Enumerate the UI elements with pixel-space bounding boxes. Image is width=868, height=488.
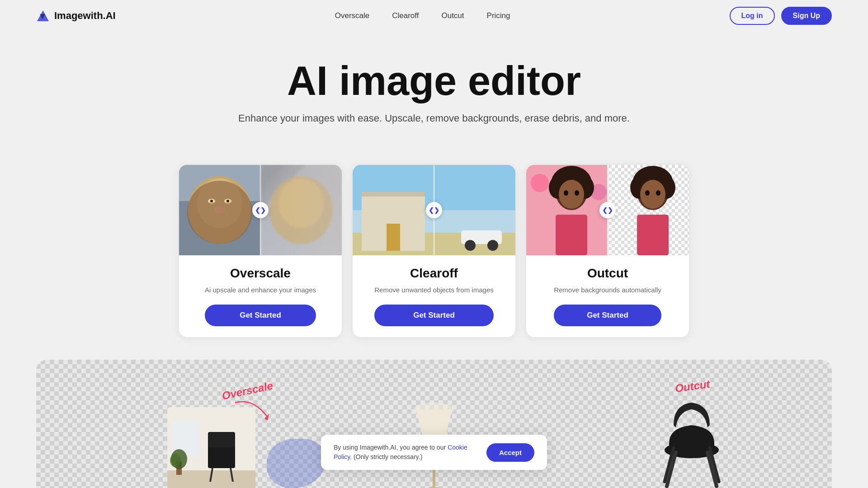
svg-point-62 bbox=[170, 454, 181, 467]
cards-section: ❮❯ Overscale Ai upscale and enhance your… bbox=[0, 165, 868, 360]
nav-links: Overscale Clearoff Outcut Pricing bbox=[335, 11, 510, 20]
signup-button[interactable]: Sign Up bbox=[781, 7, 832, 25]
svg-point-49 bbox=[656, 190, 660, 196]
svg-point-11 bbox=[214, 206, 225, 214]
svg-rect-50 bbox=[637, 215, 669, 255]
card-overscale: ❮❯ Overscale Ai upscale and enhance your… bbox=[179, 165, 342, 337]
cookie-banner: By using Imagewith.AI, you agree to our … bbox=[321, 435, 547, 470]
svg-rect-21 bbox=[387, 224, 400, 251]
clearoff-slider-handle[interactable]: ❮❯ bbox=[426, 202, 442, 218]
card-outcut: ❮❯ Outcut Remove backgrounds automatical… bbox=[526, 165, 689, 337]
overscale-slider-handle[interactable]: ❮❯ bbox=[252, 202, 269, 218]
cookie-accept-button[interactable]: Accept bbox=[486, 443, 534, 462]
svg-point-34 bbox=[559, 180, 584, 209]
nav-link-outcut[interactable]: Outcut bbox=[441, 11, 464, 20]
svg-point-27 bbox=[531, 174, 549, 192]
svg-point-23 bbox=[465, 240, 476, 251]
plant-blob bbox=[267, 439, 326, 488]
svg-rect-37 bbox=[556, 215, 587, 255]
cookie-text-before: By using Imagewith.AI, you agree to our bbox=[334, 444, 448, 451]
svg-rect-12 bbox=[260, 165, 342, 255]
card-clearoff: ❮❯ Clearoff Remove unwanted objects from… bbox=[353, 165, 515, 337]
card-clearoff-desc: Remove unwanted objects from images bbox=[374, 285, 493, 295]
outcut-get-started-button[interactable]: Get Started bbox=[554, 305, 661, 326]
svg-point-13 bbox=[269, 176, 333, 244]
cookie-text: By using Imagewith.AI, you agree to our … bbox=[334, 443, 476, 462]
hero-title: AI image editor bbox=[9, 59, 859, 103]
card-image-clearoff: ❮❯ bbox=[353, 165, 515, 255]
clearoff-get-started-button[interactable]: Get Started bbox=[374, 305, 493, 326]
nav-link-pricing[interactable]: Pricing bbox=[487, 11, 510, 20]
nav-link-overscale[interactable]: Overscale bbox=[335, 11, 370, 20]
logo[interactable]: Imagewith.AI bbox=[36, 9, 116, 22]
logo-text: Imagewith.AI bbox=[54, 10, 116, 22]
svg-point-14 bbox=[278, 178, 324, 228]
card-outcut-desc: Remove backgrounds automatically bbox=[554, 285, 661, 295]
login-button[interactable]: Log in bbox=[730, 7, 775, 25]
svg-rect-57 bbox=[208, 432, 235, 448]
svg-point-47 bbox=[640, 180, 665, 209]
svg-rect-20 bbox=[362, 192, 425, 197]
card-image-overscale: ❮❯ bbox=[179, 165, 342, 255]
svg-point-35 bbox=[564, 190, 568, 196]
card-clearoff-title: Clearoff bbox=[410, 266, 458, 281]
card-overscale-title: Overscale bbox=[230, 266, 291, 281]
svg-point-24 bbox=[487, 240, 498, 251]
hero-subtitle: Enhance your images with ease. Upscale, … bbox=[9, 113, 859, 124]
hero-section: AI image editor Enhance your images with… bbox=[0, 32, 868, 165]
svg-point-8 bbox=[210, 200, 213, 202]
card-image-outcut: ❮❯ bbox=[526, 165, 689, 255]
logo-icon bbox=[36, 9, 50, 22]
nav-buttons: Log in Sign Up bbox=[730, 7, 832, 25]
nav-link-clearoff[interactable]: Clearoff bbox=[392, 11, 419, 20]
card-outcut-title: Outcut bbox=[587, 266, 628, 281]
card-overscale-desc: Ai upscale and enhance your images bbox=[205, 285, 316, 295]
cookie-text-after: (Only strictly necessary.) bbox=[352, 453, 422, 460]
overscale-arrow bbox=[231, 398, 276, 425]
overscale-get-started-button[interactable]: Get Started bbox=[205, 305, 316, 326]
chair-svg bbox=[651, 391, 732, 488]
svg-point-10 bbox=[226, 200, 229, 202]
chair-cutout bbox=[651, 391, 732, 488]
navbar: Imagewith.AI Overscale Clearoff Outcut P… bbox=[0, 0, 868, 32]
svg-point-36 bbox=[575, 190, 579, 196]
svg-point-48 bbox=[645, 190, 650, 196]
outcut-slider-handle[interactable]: ❮❯ bbox=[599, 202, 616, 218]
